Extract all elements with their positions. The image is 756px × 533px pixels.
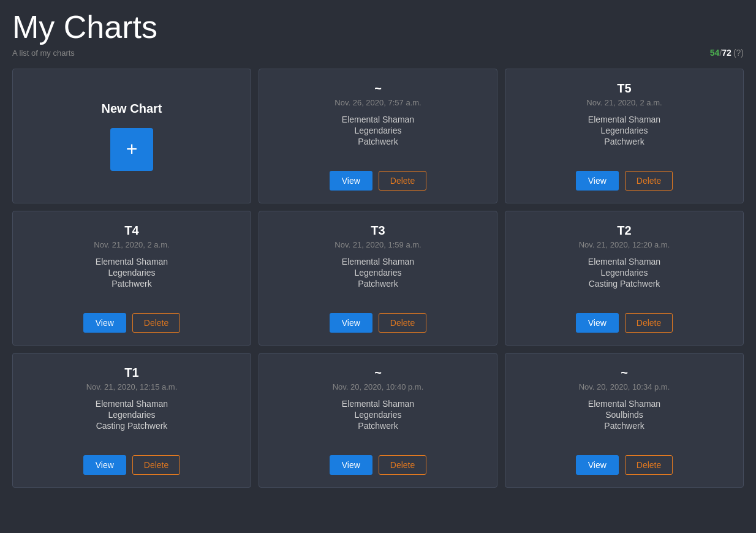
new-chart-card: New Chart +	[12, 69, 251, 203]
header-row: A list of my charts 54/72(?)	[0, 47, 756, 62]
chart-tag: Legendaries	[354, 410, 401, 420]
chart-tag: Elemental Shaman	[96, 399, 168, 409]
view-button[interactable]: View	[83, 455, 126, 475]
chart-tags: Elemental ShamanLegendariesPatchwerk	[342, 115, 414, 160]
chart-tag: Patchwerk	[112, 279, 151, 289]
delete-button[interactable]: Delete	[379, 313, 426, 333]
chart-actions: ViewDelete	[330, 455, 427, 475]
view-button[interactable]: View	[576, 455, 619, 475]
chart-tags: Elemental ShamanLegendariesCasting Patch…	[96, 399, 168, 444]
chart-card-chart-t1: T1Nov. 21, 2020, 12:15 a.m.Elemental Sha…	[12, 353, 251, 488]
chart-count-used: 54	[710, 48, 720, 58]
chart-card-chart-t3: T3Nov. 21, 2020, 1:59 a.m.Elemental Sham…	[259, 211, 497, 346]
new-chart-button[interactable]: +	[110, 128, 153, 171]
chart-card-chart-t5: T5Nov. 21, 2020, 2 a.m.Elemental ShamanL…	[505, 69, 744, 203]
view-button[interactable]: View	[330, 455, 372, 475]
chart-date: Nov. 21, 2020, 1:59 a.m.	[335, 240, 421, 249]
view-button[interactable]: View	[83, 313, 126, 333]
delete-button[interactable]: Delete	[132, 455, 180, 475]
chart-tag: Legendaries	[354, 268, 401, 278]
chart-date: Nov. 21, 2020, 12:20 a.m.	[579, 240, 670, 249]
chart-title: T3	[371, 224, 385, 238]
chart-card-chart-t4: T4Nov. 21, 2020, 2 a.m.Elemental ShamanL…	[12, 211, 251, 346]
chart-date: Nov. 20, 2020, 10:40 p.m.	[333, 382, 424, 391]
chart-title: T1	[124, 366, 138, 380]
chart-tag: Legendaries	[108, 268, 155, 278]
view-button[interactable]: View	[576, 313, 619, 333]
page-header: My Charts	[0, 0, 756, 47]
chart-card-chart-tilde-1: ~Nov. 26, 2020, 7:57 a.m.Elemental Shama…	[259, 69, 497, 203]
delete-button[interactable]: Delete	[379, 455, 426, 475]
delete-button[interactable]: Delete	[625, 313, 673, 333]
chart-actions: ViewDelete	[330, 313, 427, 333]
chart-date: Nov. 21, 2020, 2 a.m.	[586, 98, 662, 107]
chart-title: ~	[374, 81, 382, 96]
view-button[interactable]: View	[330, 313, 372, 333]
chart-tag: Elemental Shaman	[342, 399, 414, 409]
new-chart-title: New Chart	[102, 102, 162, 116]
chart-tag: Casting Patchwerk	[96, 421, 168, 431]
chart-tag: Elemental Shaman	[588, 115, 660, 124]
chart-tag: Patchwerk	[604, 421, 644, 431]
chart-tag: Patchwerk	[358, 279, 398, 289]
delete-button[interactable]: Delete	[625, 455, 673, 475]
chart-actions: ViewDelete	[330, 171, 427, 191]
chart-tag: Legendaries	[600, 126, 648, 135]
chart-actions: ViewDelete	[576, 171, 673, 191]
chart-date: Nov. 26, 2020, 7:57 a.m.	[335, 98, 421, 107]
chart-title: T2	[617, 224, 631, 238]
delete-button[interactable]: Delete	[132, 313, 180, 333]
chart-tags: Elemental ShamanSoulbindsPatchwerk	[588, 399, 660, 444]
page-title: My Charts	[12, 10, 744, 45]
chart-tags: Elemental ShamanLegendariesPatchwerk	[342, 257, 414, 302]
charts-grid: New Chart + ~Nov. 26, 2020, 7:57 a.m.Ele…	[0, 62, 756, 500]
chart-tag: Patchwerk	[358, 421, 398, 431]
chart-date: Nov. 21, 2020, 12:15 a.m.	[86, 382, 178, 391]
chart-actions: ViewDelete	[83, 455, 181, 475]
chart-tag: Patchwerk	[604, 137, 644, 146]
chart-card-chart-tilde-2: ~Nov. 20, 2020, 10:40 p.m.Elemental Sham…	[259, 353, 497, 488]
chart-tags: Elemental ShamanLegendariesPatchwerk	[588, 115, 660, 160]
chart-title: ~	[621, 366, 628, 380]
chart-title: T4	[124, 224, 138, 238]
chart-card-chart-t2: T2Nov. 21, 2020, 12:20 a.m.Elemental Sha…	[505, 211, 744, 346]
chart-tag: Legendaries	[600, 268, 648, 278]
chart-actions: ViewDelete	[576, 313, 673, 333]
chart-tags: Elemental ShamanLegendariesCasting Patch…	[588, 257, 660, 302]
page-subtitle: A list of my charts	[12, 48, 75, 58]
chart-tag: Elemental Shaman	[342, 257, 414, 266]
chart-tag: Legendaries	[108, 410, 155, 420]
chart-title: ~	[374, 366, 382, 380]
chart-date: Nov. 21, 2020, 2 a.m.	[94, 240, 169, 249]
chart-count: 54/72(?)	[710, 48, 744, 58]
view-button[interactable]: View	[576, 171, 619, 191]
delete-button[interactable]: Delete	[625, 171, 673, 191]
chart-tag: Elemental Shaman	[588, 257, 660, 266]
chart-tag: Legendaries	[354, 126, 401, 135]
chart-count-total: 72	[722, 48, 731, 58]
chart-tags: Elemental ShamanLegendariesPatchwerk	[342, 399, 414, 444]
delete-button[interactable]: Delete	[379, 171, 426, 191]
chart-tag: Casting Patchwerk	[589, 279, 660, 289]
chart-date: Nov. 20, 2020, 10:34 p.m.	[579, 382, 670, 391]
chart-count-help[interactable]: (?)	[733, 48, 744, 58]
chart-tag: Soulbinds	[605, 410, 643, 420]
view-button[interactable]: View	[330, 171, 372, 191]
chart-card-chart-tilde-3: ~Nov. 20, 2020, 10:34 p.m.Elemental Sham…	[505, 353, 744, 488]
chart-tag: Elemental Shaman	[342, 115, 414, 124]
chart-tag: Elemental Shaman	[96, 257, 168, 266]
chart-tag: Patchwerk	[358, 137, 398, 146]
chart-actions: ViewDelete	[83, 313, 181, 333]
chart-actions: ViewDelete	[576, 455, 673, 475]
chart-tag: Elemental Shaman	[588, 399, 660, 409]
chart-title: T5	[617, 81, 631, 96]
chart-tags: Elemental ShamanLegendariesPatchwerk	[96, 257, 168, 302]
